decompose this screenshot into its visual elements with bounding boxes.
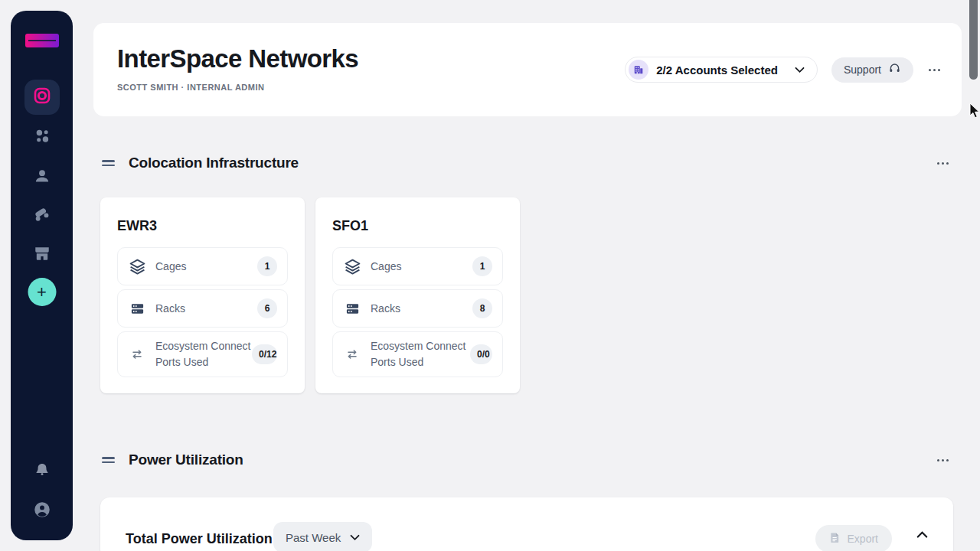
rack-icon — [343, 302, 361, 316]
page-subtitle: SCOTT SMITH · INTERNAL ADMIN — [117, 83, 264, 92]
header-more-menu[interactable] — [927, 66, 942, 74]
drag-handle-icon[interactable] — [102, 457, 115, 463]
plus-icon: + — [37, 282, 47, 302]
page-header: InterSpace Networks SCOTT SMITH · INTERN… — [93, 23, 962, 116]
integrations-icon — [32, 205, 51, 227]
metric-row-racks[interactable]: Racks 8 — [332, 289, 503, 328]
group-dots-icon — [33, 127, 51, 148]
sidebar-item-users[interactable] — [32, 166, 52, 189]
metric-label: Racks — [155, 301, 185, 317]
site-name: SFO1 — [332, 217, 503, 234]
metric-value-badge: 0/0 — [470, 344, 492, 364]
transfer-icon — [343, 348, 361, 360]
metric-value-badge: 8 — [472, 298, 492, 318]
storefront-icon — [33, 244, 51, 266]
metric-value-badge: 0/12 — [252, 344, 277, 364]
chevron-up-icon[interactable] — [916, 531, 928, 539]
rack-icon — [128, 302, 146, 316]
sidebar: + — [11, 11, 73, 540]
add-button[interactable]: + — [28, 278, 56, 306]
metric-value-badge: 1 — [472, 256, 492, 276]
site-card-sfo1: SFO1 Cages 1 Racks 8 Ecosystem Connect P… — [315, 197, 520, 393]
section-title: Power Utilization — [129, 452, 243, 468]
brand-logo — [25, 34, 59, 47]
chevron-down-icon — [795, 67, 805, 73]
app-window: + InterSpace Networks SCOTT SMITH · INTE… — [0, 0, 980, 551]
sidebar-item-groups[interactable] — [33, 127, 51, 148]
sidebar-item-integrations[interactable] — [32, 205, 51, 227]
accounts-selector[interactable]: 2/2 Accounts Selected — [625, 57, 818, 83]
site-card-ewr3: EWR3 Cages 1 Racks 6 Ecosystem Connect P… — [100, 197, 305, 393]
metric-value-badge: 6 — [257, 298, 277, 318]
page-title: InterSpace Networks — [117, 44, 358, 73]
support-button-label: Support — [844, 64, 881, 76]
metric-row-racks[interactable]: Racks 6 — [117, 289, 288, 328]
metric-value-badge: 1 — [257, 256, 277, 276]
sidebar-item-notifications[interactable] — [33, 461, 51, 482]
support-button[interactable]: Support — [831, 57, 913, 83]
mouse-cursor — [969, 103, 980, 122]
metric-label: Cages — [155, 259, 186, 275]
metric-label: Cages — [371, 259, 401, 275]
person-icon — [32, 166, 52, 189]
section-header-colocation: Colocation Infrastructure — [102, 155, 950, 171]
power-card-title: Total Power Utilization — [126, 531, 273, 547]
transfer-icon — [128, 348, 146, 360]
time-range-selector[interactable]: Past Week — [273, 522, 372, 551]
sidebar-item-marketplace[interactable] — [33, 244, 51, 266]
headset-icon — [888, 62, 901, 77]
metric-row-cages[interactable]: Cages 1 — [332, 247, 503, 285]
vertical-scrollbar-thumb[interactable] — [969, 0, 978, 80]
power-utilization-card: Total Power Utilization Past Week Export — [100, 497, 953, 551]
section-title: Colocation Infrastructure — [129, 155, 299, 171]
sidebar-item-dashboard[interactable] — [24, 80, 60, 115]
time-range-label: Past Week — [286, 531, 341, 544]
section-header-power: Power Utilization — [102, 452, 950, 468]
metric-label: Ecosystem Connect Ports Used — [371, 338, 470, 370]
header-actions: 2/2 Accounts Selected Support — [625, 57, 942, 83]
section-more-menu[interactable] — [936, 159, 950, 168]
aperture-icon — [34, 87, 51, 107]
document-icon — [829, 532, 841, 546]
sidebar-item-account[interactable] — [32, 500, 52, 523]
metric-row-cages[interactable]: Cages 1 — [117, 247, 288, 285]
metric-label: Ecosystem Connect Ports Used — [155, 338, 252, 370]
metric-row-ports[interactable]: Ecosystem Connect Ports Used 0/12 — [117, 331, 288, 377]
metric-label: Racks — [371, 301, 400, 317]
layers-icon — [128, 258, 146, 276]
accounts-selector-label: 2/2 Accounts Selected — [656, 64, 778, 77]
layers-icon — [343, 258, 361, 276]
metric-row-ports[interactable]: Ecosystem Connect Ports Used 0/0 — [332, 331, 503, 377]
drag-handle-icon[interactable] — [102, 160, 115, 166]
export-button-label: Export — [848, 533, 878, 545]
account-icon — [32, 500, 52, 523]
bell-icon — [33, 461, 51, 482]
section-more-menu[interactable] — [936, 456, 950, 465]
chevron-down-icon — [350, 530, 360, 544]
site-name: EWR3 — [117, 217, 288, 234]
export-button[interactable]: Export — [815, 525, 892, 551]
building-icon — [629, 60, 648, 80]
